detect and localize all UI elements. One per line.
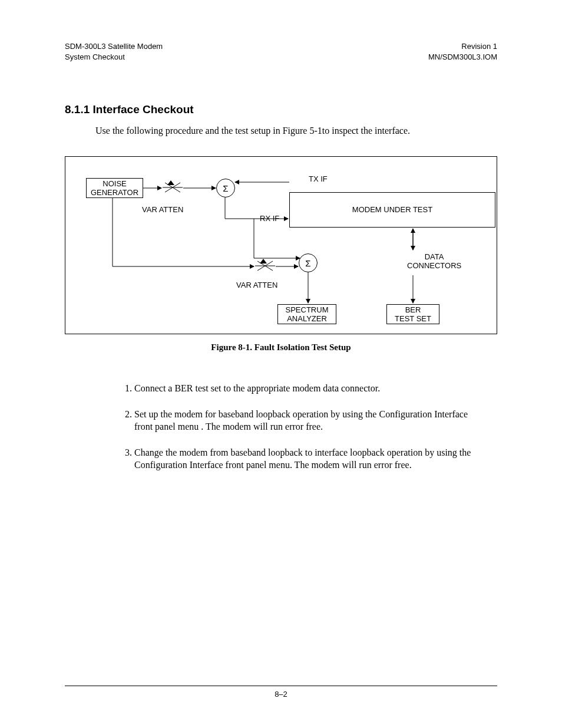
step-1: Connect a BER test set to the appropriat… <box>134 382 488 395</box>
intro-paragraph: Use the following procedure and the test… <box>95 126 497 136</box>
page-header: SDM-300L3 Satellite Modem System Checkou… <box>65 41 497 62</box>
data-connectors-label: DATA CONNECTORS <box>407 252 461 270</box>
header-right-line2: MN/SDM300L3.IOM <box>428 52 497 62</box>
page: SDM-300L3 Satellite Modem System Checkou… <box>0 0 562 728</box>
header-left-line2: System Checkout <box>65 52 163 62</box>
page-footer: 8–2 <box>65 686 497 699</box>
var-atten-top-label: VAR ATTEN <box>142 205 183 214</box>
var-atten-bottom-icon <box>255 259 275 273</box>
var-atten-bottom-label: VAR ATTEN <box>236 281 277 289</box>
header-left-line1: SDM-300L3 Satellite Modem <box>65 41 163 52</box>
sigma-bottom: Σ <box>299 253 318 272</box>
header-right: Revision 1 MN/SDM300L3.IOM <box>428 41 497 62</box>
var-atten-top-icon <box>163 180 183 195</box>
modem-under-test-box: MODEM UNDER TEST <box>289 192 495 228</box>
step-2: Set up the modem for baseband loopback o… <box>134 408 488 433</box>
tx-if-label: TX IF <box>309 174 328 183</box>
procedure-list: Connect a BER test set to the appropriat… <box>118 382 497 472</box>
page-number: 8–2 <box>275 690 287 699</box>
noise-generator-box: NOISE GENERATOR <box>86 178 143 198</box>
header-left: SDM-300L3 Satellite Modem System Checkou… <box>65 41 163 62</box>
step-3: Change the modem from baseband loopback … <box>134 446 488 472</box>
spectrum-analyzer-box: SPECTRUM ANALYZER <box>277 304 336 324</box>
figure-caption: Figure 8-1. Fault Isolation Test Setup <box>65 342 497 353</box>
sigma-top: Σ <box>216 179 235 197</box>
rx-if-label: RX IF <box>260 214 279 223</box>
header-right-line1: Revision 1 <box>428 41 497 52</box>
section-heading: 8.1.1 Interface Checkout <box>65 103 497 116</box>
figure-diagram: NOISE GENERATOR VAR ATTEN Σ TX IF RX IF … <box>65 156 497 334</box>
ber-test-set-box: BER TEST SET <box>386 304 439 324</box>
